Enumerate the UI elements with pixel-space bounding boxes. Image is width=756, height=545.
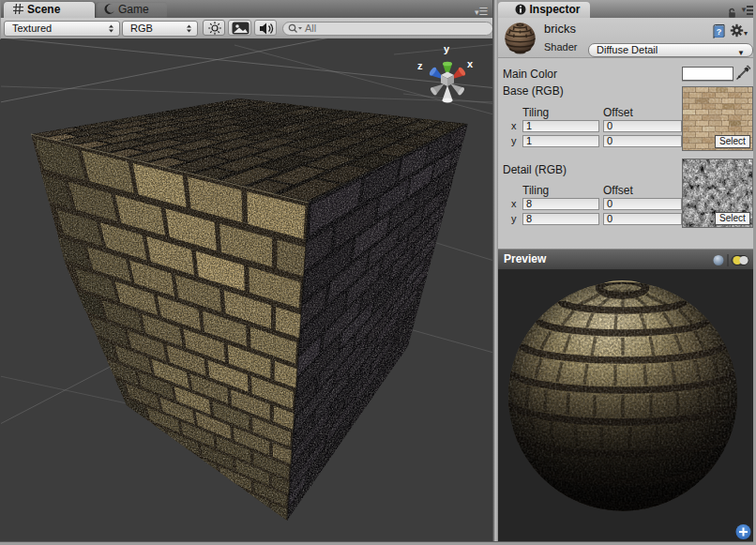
- svg-text:x: x: [467, 58, 474, 69]
- svg-text:?: ?: [717, 27, 722, 37]
- svg-text:z: z: [417, 60, 423, 71]
- svg-text:y: y: [444, 43, 450, 54]
